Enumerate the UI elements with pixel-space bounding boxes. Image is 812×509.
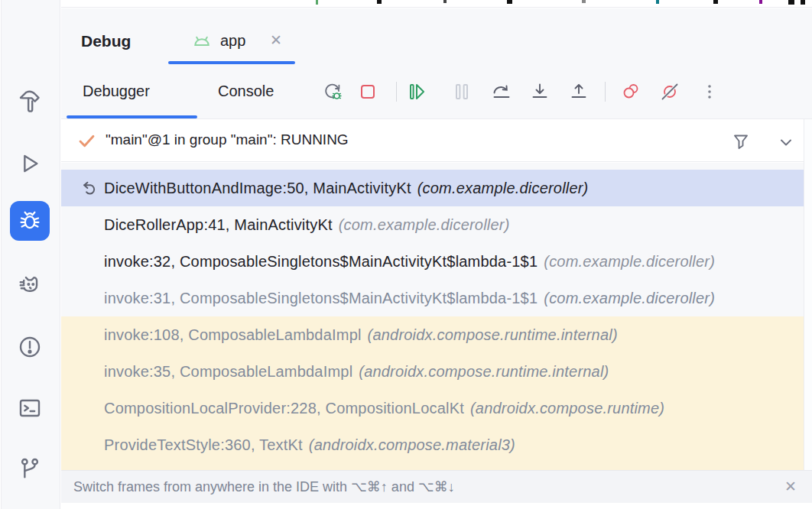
tool-window-stripe — [0, 0, 60, 509]
stack-frame-row[interactable]: invoke:35, ComposableLambdaImpl(androidx… — [61, 353, 804, 390]
git-branch-icon — [18, 456, 42, 481]
frame-location: invoke:31, ComposableSingletons$MainActi… — [104, 290, 538, 307]
debug-tool-window: Debug app ✕ Debugger Console — [0, 0, 812, 509]
frame-location: invoke:108, ComposableLambdaImpl — [104, 326, 362, 344]
frame-location: DiceWithButtonAndImage:50, MainActivityK… — [104, 180, 411, 197]
frame-package: (androidx.compose.runtime) — [470, 400, 664, 417]
cat-icon — [18, 273, 42, 297]
window-edge — [0, 0, 2, 509]
pause-button[interactable] — [451, 81, 473, 102]
tab-app-label: app — [220, 32, 245, 50]
stop-icon — [357, 81, 378, 102]
step-over-button[interactable] — [491, 81, 512, 102]
rerun-icon — [322, 81, 343, 102]
hammer-icon — [18, 89, 42, 114]
thread-status-bar[interactable]: "main"@1 in group "main": RUNNING — [61, 119, 812, 162]
terminal-icon — [18, 396, 42, 420]
debug-panel: Debug app ✕ Debugger Console — [61, 0, 812, 509]
toolbar-separator — [396, 82, 397, 102]
frame-location: invoke:32, ComposableSingletons$MainActi… — [104, 253, 538, 271]
stack-frame-row[interactable]: invoke:31, ComposableSingletons$MainActi… — [61, 280, 804, 316]
frame-location: ProvideTextStyle:360, TextKt — [104, 436, 303, 454]
library-frames-continuation — [61, 463, 804, 470]
sidebar-item-terminal[interactable] — [10, 388, 50, 428]
page-title: Debug — [81, 32, 131, 50]
thread-expand-button[interactable] — [777, 133, 795, 151]
toolbar-separator — [605, 82, 606, 102]
thread-status-text: "main"@1 in group "main": RUNNING — [106, 131, 349, 148]
android-icon — [191, 31, 213, 53]
curved-arrow-icon — [78, 179, 101, 198]
stack-frame-row[interactable]: DiceWithButtonAndImage:50, MainActivityK… — [61, 170, 804, 206]
debugger-toolbar: Debugger Console — [61, 64, 812, 119]
frame-location: DiceRollerApp:41, MainActivityKt — [104, 216, 333, 234]
active-tab-underline — [67, 115, 197, 118]
checkmark-icon — [76, 131, 97, 151]
step-over-icon — [491, 81, 512, 102]
hint-text: Switch frames from anywhere in the IDE w… — [73, 478, 455, 495]
sidebar-item-debug[interactable] — [10, 201, 50, 241]
resume-icon — [406, 81, 427, 102]
step-out-icon — [568, 81, 590, 102]
sidebar-item-build[interactable] — [10, 82, 50, 122]
tab-console-label: Console — [218, 83, 274, 100]
stack-frame-row[interactable]: invoke:32, ComposableSingletons$MainActi… — [61, 243, 804, 280]
filter-button[interactable] — [730, 131, 752, 152]
frame-package: (com.example.diceroller) — [339, 216, 510, 234]
stop-button[interactable] — [357, 81, 378, 102]
sidebar-item-logcat[interactable] — [10, 265, 50, 305]
close-icon[interactable]: ✕ — [270, 31, 282, 49]
alert-circle-icon — [18, 335, 42, 359]
close-icon[interactable]: ✕ — [784, 478, 797, 495]
view-breakpoints-icon — [620, 81, 641, 102]
kebab-menu-icon — [699, 81, 720, 102]
bug-icon — [18, 209, 42, 233]
sidebar-item-version-control[interactable] — [10, 449, 50, 488]
frames-list: DiceWithButtonAndImage:50, MainActivityK… — [61, 163, 804, 470]
tab-debugger[interactable]: Debugger — [83, 64, 150, 118]
stack-frame-row[interactable]: DiceRollerApp:41, MainActivityKt(com.exa… — [61, 206, 804, 243]
frame-package: (com.example.diceroller) — [544, 253, 715, 271]
step-out-button[interactable] — [568, 81, 590, 102]
filter-icon — [730, 131, 752, 152]
frame-package: (androidx.compose.runtime.internal) — [359, 363, 609, 381]
tool-window-header: Debug app ✕ — [61, 8, 812, 64]
view-breakpoints-button[interactable] — [620, 81, 641, 102]
mute-breakpoints-button[interactable] — [659, 81, 680, 102]
frame-location: invoke:35, ComposableLambdaImpl — [104, 363, 352, 381]
editor-bottom-sliver — [61, 0, 812, 8]
sidebar-item-run[interactable] — [10, 144, 50, 183]
frame-package: (androidx.compose.runtime.internal) — [368, 326, 618, 344]
step-into-icon — [529, 81, 551, 102]
play-icon — [18, 151, 42, 176]
stack-frame-row[interactable]: ProvideTextStyle:360, TextKt(androidx.co… — [61, 426, 804, 463]
stack-frame-row[interactable]: CompositionLocalProvider:228, Compositio… — [61, 390, 804, 426]
frame-location: CompositionLocalProvider:228, Compositio… — [104, 400, 464, 417]
frame-package: (com.example.diceroller) — [544, 290, 715, 307]
tab-app[interactable]: app ✕ — [168, 22, 295, 64]
frame-package: (androidx.compose.material3) — [309, 436, 515, 454]
tab-console[interactable]: Console — [218, 64, 274, 118]
sidebar-item-problems[interactable] — [10, 327, 50, 367]
curved-arrow-icon — [80, 179, 99, 198]
pause-icon — [451, 81, 473, 102]
scrollbar-gutter[interactable] — [804, 119, 812, 470]
stack-frame-row[interactable]: invoke:108, ComposableLambdaImpl(android… — [61, 316, 804, 353]
rerun-debug-button[interactable] — [322, 81, 343, 102]
hint-bar: Switch frames from anywhere in the IDE w… — [61, 470, 812, 503]
more-options-button[interactable] — [699, 81, 720, 102]
chevron-down-icon — [777, 133, 795, 151]
resume-button[interactable] — [406, 81, 427, 102]
frame-package: (com.example.diceroller) — [417, 180, 589, 197]
step-into-button[interactable] — [529, 81, 551, 102]
bottom-strip — [61, 503, 812, 509]
tab-debugger-label: Debugger — [83, 83, 150, 100]
mute-breakpoints-icon — [659, 81, 680, 102]
